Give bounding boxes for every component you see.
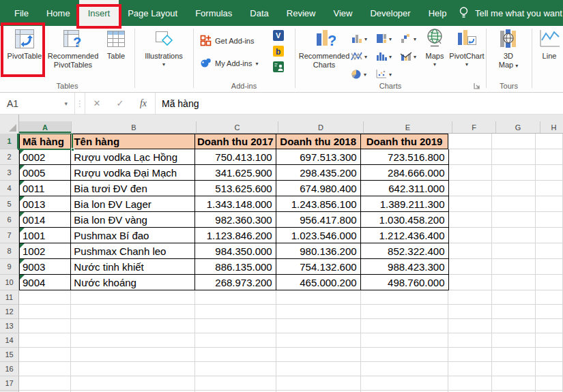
cell-D10[interactable]: 465.000.200 xyxy=(276,275,361,290)
cell-A11[interactable] xyxy=(19,290,71,305)
row-header-3[interactable]: 3 xyxy=(0,165,19,181)
cell-H17[interactable] xyxy=(536,376,563,391)
row-header-13[interactable]: 13 xyxy=(0,319,19,333)
cell-C13[interactable] xyxy=(195,319,276,333)
tab-review[interactable]: Review xyxy=(278,0,325,26)
cell-D1[interactable]: Doanh thu 2018 xyxy=(276,134,361,149)
cell-E2[interactable]: 723.516.800 xyxy=(361,149,449,165)
formula-bar-drag-dots[interactable]: ⋮ xyxy=(75,93,85,114)
visio-addin-icon[interactable]: V xyxy=(273,30,284,41)
cell-A5[interactable]: 0013 xyxy=(19,196,71,212)
cell-F16[interactable] xyxy=(448,362,491,376)
cell-G15[interactable] xyxy=(492,348,536,362)
cell-C14[interactable] xyxy=(195,333,276,348)
cell-G2[interactable] xyxy=(492,149,536,165)
cell-B1[interactable]: Tên hàng xyxy=(71,134,194,149)
cell-H3[interactable] xyxy=(536,165,563,181)
cell-D7[interactable]: 1.023.546.000 xyxy=(276,228,361,243)
my-addins-button[interactable]: My Add-ins ▾ xyxy=(200,57,258,69)
cell-A13[interactable] xyxy=(19,319,71,333)
cell-H13[interactable] xyxy=(536,319,563,333)
cell-G13[interactable] xyxy=(492,319,536,333)
tab-page-layout[interactable]: Page Layout xyxy=(119,0,186,26)
cell-B12[interactable] xyxy=(71,305,194,319)
cell-H6[interactable] xyxy=(536,212,563,228)
row-header-8[interactable]: 8 xyxy=(0,243,19,259)
tab-formulas[interactable]: Formulas xyxy=(186,0,241,26)
cell-C7[interactable]: 1.123.846.200 xyxy=(195,228,276,243)
cell-F17[interactable] xyxy=(448,376,491,391)
charts-dialog-launcher-icon[interactable] xyxy=(474,82,480,89)
bing-addin-icon[interactable]: b xyxy=(273,46,284,57)
cell-A1[interactable]: Mã hàng xyxy=(19,134,71,149)
cell-D17[interactable] xyxy=(276,376,361,391)
cell-C5[interactable]: 1.343.148.000 xyxy=(195,196,276,212)
cell-A8[interactable]: 1002 xyxy=(19,243,71,259)
cell-E15[interactable] xyxy=(361,348,449,362)
cell-D13[interactable] xyxy=(276,319,361,333)
cell-H5[interactable] xyxy=(536,196,563,212)
cell-A9[interactable]: 9003 xyxy=(19,259,71,275)
cell-H7[interactable] xyxy=(536,228,563,243)
cell-H10[interactable] xyxy=(536,275,563,290)
cell-C4[interactable]: 513.625.600 xyxy=(195,181,276,196)
cell-C9[interactable]: 886.135.000 xyxy=(195,259,276,275)
cell-D11[interactable] xyxy=(276,290,361,305)
cell-G1[interactable] xyxy=(492,134,536,149)
cell-D16[interactable] xyxy=(276,362,361,376)
cell-G4[interactable] xyxy=(492,181,536,196)
people-graph-addin-icon[interactable] xyxy=(273,61,284,72)
insert-function-icon[interactable]: fx xyxy=(132,98,155,109)
row-header-12[interactable]: 12 xyxy=(0,305,19,319)
tab-view[interactable]: View xyxy=(324,0,361,26)
cell-C11[interactable] xyxy=(195,290,276,305)
cell-E13[interactable] xyxy=(361,319,449,333)
histogram-chart-button[interactable]: ▾ xyxy=(375,48,400,65)
cell-G5[interactable] xyxy=(492,196,536,212)
cell-E17[interactable] xyxy=(361,376,449,391)
cell-C15[interactable] xyxy=(195,348,276,362)
cell-A6[interactable]: 0014 xyxy=(19,212,71,228)
cell-E3[interactable]: 284.666.000 xyxy=(361,165,449,181)
cell-F14[interactable] xyxy=(448,333,491,348)
tab-help[interactable]: Help xyxy=(420,0,456,26)
cell-A12[interactable] xyxy=(19,305,71,319)
cell-A10[interactable]: 9004 xyxy=(19,275,71,290)
maps-button[interactable]: Maps ▾ xyxy=(421,28,448,67)
column-header-H[interactable]: H xyxy=(540,121,563,133)
cell-E14[interactable] xyxy=(361,333,449,348)
column-header-D[interactable]: D xyxy=(278,121,364,133)
cell-F5[interactable] xyxy=(449,196,492,212)
tab-insert[interactable]: Insert xyxy=(79,0,119,26)
cell-C10[interactable]: 268.973.200 xyxy=(195,275,276,290)
row-header-11[interactable]: 11 xyxy=(0,290,19,305)
name-box[interactable]: A1 ▾ xyxy=(0,93,75,114)
recommended-pivottables-button[interactable]: ? Recommended PivotTables xyxy=(46,28,100,70)
cell-G17[interactable] xyxy=(492,376,536,391)
cell-F15[interactable] xyxy=(448,348,491,362)
column-header-C[interactable]: C xyxy=(197,121,278,133)
cell-G6[interactable] xyxy=(492,212,536,228)
enter-icon[interactable]: ✓ xyxy=(109,98,132,108)
cell-A17[interactable] xyxy=(19,376,71,391)
cell-F7[interactable] xyxy=(449,228,492,243)
3d-map-button[interactable]: 3D Map ▾ xyxy=(493,28,524,70)
cell-G14[interactable] xyxy=(492,333,536,348)
cell-E7[interactable]: 1.212.436.400 xyxy=(361,228,449,243)
cell-B16[interactable] xyxy=(71,362,194,376)
cell-B6[interactable]: Bia lon ĐV vàng xyxy=(71,212,194,228)
cell-B10[interactable]: Nước khoáng xyxy=(71,275,194,290)
tab-developer[interactable]: Developer xyxy=(361,0,419,26)
column-header-G[interactable]: G xyxy=(496,121,540,133)
cell-C1[interactable]: Doanh thu 2017 xyxy=(195,134,276,149)
cell-D8[interactable]: 980.136.200 xyxy=(276,243,361,259)
cell-C8[interactable]: 984.350.000 xyxy=(195,243,276,259)
cell-F11[interactable] xyxy=(448,290,491,305)
cell-A16[interactable] xyxy=(19,362,71,376)
pivottable-button[interactable]: PivotTable xyxy=(3,28,46,61)
cell-A7[interactable]: 1001 xyxy=(19,228,71,243)
cell-C3[interactable]: 341.625.900 xyxy=(195,165,276,181)
row-header-7[interactable]: 7 xyxy=(0,228,19,243)
row-header-4[interactable]: 4 xyxy=(0,181,19,196)
cell-D3[interactable]: 298.435.200 xyxy=(276,165,361,181)
